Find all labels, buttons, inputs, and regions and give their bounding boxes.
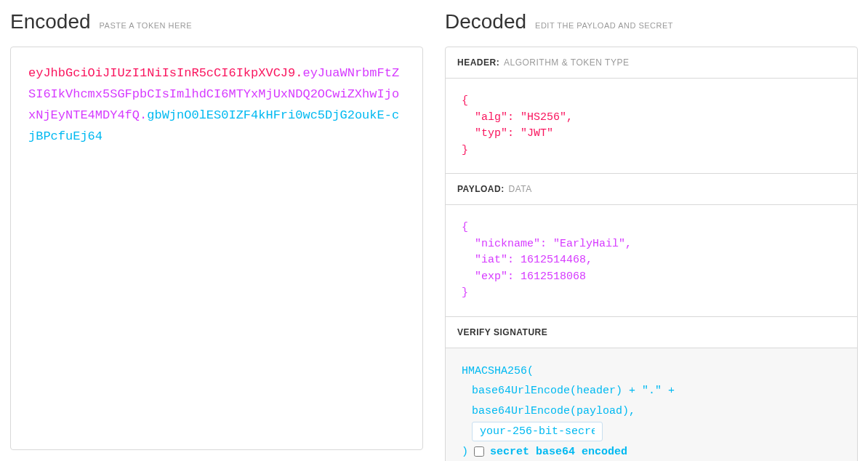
token-dot: .	[140, 108, 147, 122]
sig-func: HMACSHA256(	[462, 361, 841, 382]
payload-section: PAYLOAD: DATA { "nickname": "EarlyHail",…	[446, 173, 857, 316]
payload-json[interactable]: { "nickname": "EarlyHail", "iat": 161251…	[446, 204, 857, 316]
signature-body: HMACSHA256( base64UrlEncode(header) + ".…	[446, 348, 857, 462]
signature-label: VERIFY SIGNATURE	[457, 327, 547, 337]
decoded-title: Decoded	[445, 10, 526, 33]
sig-line-1: base64UrlEncode(header) + "." +	[462, 381, 841, 401]
token-header: eyJhbGciOiJIUzI1NiIsInR5cCI6IkpXVCJ9	[28, 66, 295, 80]
decoded-subtitle: EDIT THE PAYLOAD AND SECRET	[535, 21, 673, 30]
token-dot: .	[295, 66, 302, 80]
header-json[interactable]: { "alg": "HS256", "typ": "JWT" }	[446, 78, 857, 173]
payload-section-head: PAYLOAD: DATA	[446, 174, 857, 204]
sig-line-2: base64UrlEncode(payload),	[462, 401, 841, 422]
decoded-panel: HEADER: ALGORITHM & TOKEN TYPE { "alg": …	[445, 47, 858, 461]
sig-close-paren: )	[462, 442, 468, 462]
payload-hint: DATA	[509, 184, 532, 194]
payload-label: PAYLOAD:	[457, 184, 505, 194]
decoded-heading: Decoded EDIT THE PAYLOAD AND SECRET	[445, 10, 858, 33]
secret-base64-checkbox[interactable]	[474, 446, 484, 457]
decoded-column: Decoded EDIT THE PAYLOAD AND SECRET HEAD…	[445, 10, 858, 461]
secret-base64-label[interactable]: secret base64 encoded	[490, 442, 627, 462]
signature-section-head: VERIFY SIGNATURE	[446, 317, 857, 348]
header-section-head: HEADER: ALGORITHM & TOKEN TYPE	[446, 47, 857, 78]
secret-input[interactable]	[472, 422, 603, 441]
encoded-column: Encoded PASTE A TOKEN HERE eyJhbGciOiJIU…	[10, 10, 423, 461]
encoded-title: Encoded	[10, 10, 91, 33]
encoded-heading: Encoded PASTE A TOKEN HERE	[10, 10, 423, 33]
encoded-subtitle: PASTE A TOKEN HERE	[100, 21, 193, 30]
header-section: HEADER: ALGORITHM & TOKEN TYPE { "alg": …	[446, 47, 857, 173]
signature-section: VERIFY SIGNATURE HMACSHA256( base64UrlEn…	[446, 316, 857, 462]
header-label: HEADER:	[457, 57, 499, 68]
header-hint: ALGORITHM & TOKEN TYPE	[504, 57, 629, 68]
encoded-token-box[interactable]: eyJhbGciOiJIUzI1NiIsInR5cCI6IkpXVCJ9.eyJ…	[10, 47, 423, 450]
